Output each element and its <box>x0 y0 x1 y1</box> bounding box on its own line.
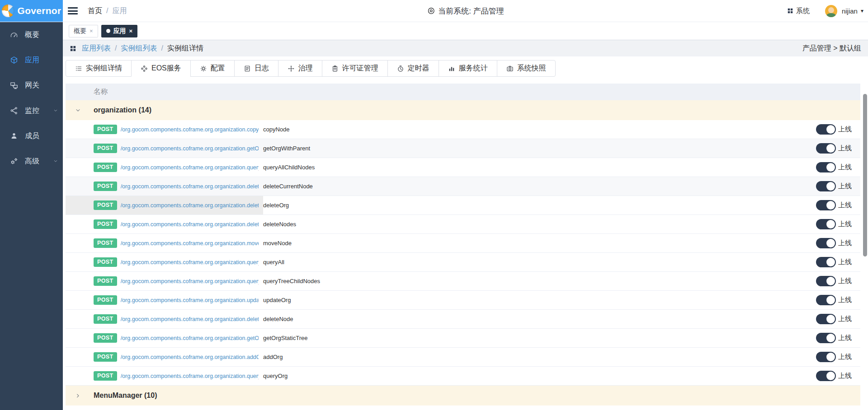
main-area: 概要 × 应用 × 应用列表/实例组列表/实例组详情 产品管理 > 默认组 实例… <box>63 22 868 410</box>
method-badge: POST <box>94 238 117 248</box>
tab-system-snapshot[interactable]: 系统快照 <box>497 60 556 77</box>
online-toggle[interactable] <box>816 371 836 381</box>
table-row: POST /org.gocom.components.coframe.org.o… <box>66 215 860 234</box>
tag-chip-app[interactable]: 应用 × <box>101 25 138 37</box>
caret-down-icon[interactable]: ▾ <box>861 8 863 14</box>
close-icon[interactable]: × <box>129 28 133 34</box>
tab-license[interactable]: 许可证管理 <box>322 60 388 77</box>
chevron-down-icon[interactable] <box>75 107 81 114</box>
service-name-cell: POST /org.gocom.components.coframe.org.o… <box>66 177 263 196</box>
table-row: POST /org.gocom.components.coframe.org.o… <box>66 272 860 291</box>
table-header: 名称 <box>66 84 860 100</box>
tab-governance[interactable]: 治理 <box>278 60 322 77</box>
app-window: Governor 首页 / 应用 当前系统: 产品管理 系统 nijian ▾ <box>0 0 868 410</box>
service-name-cell: POST /org.gocom.components.coframe.org.o… <box>66 291 263 309</box>
sidebar-item-advanced[interactable]: 高级 <box>0 149 63 174</box>
breadcrumb-link[interactable]: 实例组列表 <box>121 44 157 53</box>
table-group-row[interactable]: organization (14) <box>66 100 860 120</box>
tag-chip-overview[interactable]: 概要 × <box>69 25 98 37</box>
online-toggle-label: 上线 <box>838 163 852 172</box>
breadcrumb-link[interactable]: 应用列表 <box>82 44 111 53</box>
service-path-link[interactable]: /org.gocom.components.coframe.org.organi… <box>121 221 259 228</box>
online-toggle[interactable] <box>816 124 836 135</box>
service-method-name: moveNode <box>263 240 816 247</box>
online-toggle[interactable] <box>816 143 836 154</box>
online-toggle[interactable] <box>816 333 836 343</box>
tab-logs[interactable]: 日志 <box>234 60 278 77</box>
hamburger-icon[interactable] <box>67 6 79 16</box>
service-path-link[interactable]: /org.gocom.components.coframe.org.organi… <box>121 240 259 247</box>
log-icon <box>244 65 251 72</box>
advanced-gears-icon <box>10 157 18 165</box>
governance-icon <box>288 65 295 72</box>
sidebar-item-label: 概要 <box>25 30 39 40</box>
service-path-link[interactable]: /org.gocom.components.coframe.org.organi… <box>121 297 259 303</box>
service-path-link[interactable]: /org.gocom.components.coframe.org.organi… <box>121 316 259 322</box>
username[interactable]: nijian <box>842 7 858 15</box>
tab-instance-group-detail[interactable]: 实例组详情 <box>66 60 132 77</box>
service-method-name: deleteCurrentNode <box>263 183 816 190</box>
service-path-link[interactable]: /org.gocom.components.coframe.org.organi… <box>121 145 259 152</box>
method-badge: POST <box>94 125 117 134</box>
table-row: POST /org.gocom.components.coframe.org.o… <box>66 139 860 158</box>
online-toggle[interactable] <box>816 352 836 362</box>
online-toggle-cell: 上线 <box>816 257 860 267</box>
avatar[interactable] <box>825 5 837 17</box>
online-toggle-label: 上线 <box>838 353 852 361</box>
grid-icon <box>787 8 793 14</box>
tab-label: 配置 <box>211 64 225 73</box>
table-row: POST /org.gocom.components.coframe.org.o… <box>66 310 860 329</box>
sidebar-item-app[interactable]: 应用 <box>0 47 63 73</box>
tab-service-stats[interactable]: 服务统计 <box>439 60 497 77</box>
online-toggle-label: 上线 <box>838 315 852 323</box>
sidebar-item-member[interactable]: 成员 <box>0 123 63 149</box>
service-name-cell: POST /org.gocom.components.coframe.org.o… <box>66 348 263 366</box>
tab-label: 系统快照 <box>517 64 546 73</box>
current-system: 当前系统: 产品管理 <box>427 6 504 16</box>
sidebar-item-label: 成员 <box>25 131 39 141</box>
table-row: POST /org.gocom.components.coframe.org.o… <box>66 120 860 139</box>
system-switcher[interactable]: 系统 <box>787 7 810 15</box>
method-badge: POST <box>94 200 117 210</box>
online-toggle-cell: 上线 <box>816 124 860 135</box>
table-row: POST /org.gocom.components.coframe.org.o… <box>66 196 860 215</box>
vertical-scrollbar[interactable] <box>863 94 867 256</box>
service-path-link[interactable]: /org.gocom.components.coframe.org.organi… <box>121 335 259 341</box>
close-icon[interactable]: × <box>90 28 93 34</box>
online-toggle[interactable] <box>816 257 836 267</box>
system-switcher-label: 系统 <box>796 7 810 15</box>
breadcrumb-home[interactable]: 首页 <box>88 6 102 16</box>
service-path-link[interactable]: /org.gocom.components.coframe.org.organi… <box>121 373 259 379</box>
service-path-link[interactable]: /org.gocom.components.coframe.org.organi… <box>121 202 259 209</box>
service-name-cell: POST /org.gocom.components.coframe.org.o… <box>66 329 263 347</box>
online-toggle[interactable] <box>816 162 836 172</box>
service-path-link[interactable]: /org.gocom.components.coframe.org.organi… <box>121 164 259 171</box>
service-path-link[interactable]: /org.gocom.components.coframe.org.organi… <box>121 259 259 266</box>
online-toggle[interactable] <box>816 238 836 248</box>
sidebar-item-gateway[interactable]: 网关 <box>0 73 63 98</box>
tab-config[interactable]: 配置 <box>190 60 235 77</box>
tab-timer[interactable]: 定时器 <box>387 60 439 77</box>
sidebar-item-overview[interactable]: 概要 <box>0 22 63 47</box>
service-path-link[interactable]: /org.gocom.components.coframe.org.organi… <box>121 126 259 133</box>
sidebar-item-label: 网关 <box>25 81 39 90</box>
chevron-right-icon[interactable] <box>75 392 81 399</box>
sidebar-item-label: 高级 <box>25 157 39 166</box>
method-badge: POST <box>94 314 117 324</box>
service-path-link[interactable]: /org.gocom.components.coframe.org.organi… <box>121 183 259 190</box>
online-toggle[interactable] <box>816 314 836 324</box>
sidebar-item-monitor[interactable]: 监控 <box>0 98 63 123</box>
online-toggle[interactable] <box>816 219 836 229</box>
online-toggle[interactable] <box>816 181 836 191</box>
tab-eos-services[interactable]: EOS服务 <box>131 60 191 77</box>
gear-icon <box>200 65 207 72</box>
method-badge: POST <box>94 182 117 191</box>
table-group-row[interactable]: MenuManager (10) <box>66 386 860 405</box>
online-toggle[interactable] <box>816 200 836 210</box>
table-row: POST /org.gocom.components.coframe.org.o… <box>66 158 860 177</box>
online-toggle[interactable] <box>816 295 836 305</box>
service-path-link[interactable]: /org.gocom.components.coframe.org.organi… <box>121 354 259 360</box>
service-name-cell: POST /org.gocom.components.coframe.org.o… <box>66 215 263 233</box>
service-path-link[interactable]: /org.gocom.components.coframe.org.organi… <box>121 278 259 284</box>
online-toggle[interactable] <box>816 276 836 286</box>
